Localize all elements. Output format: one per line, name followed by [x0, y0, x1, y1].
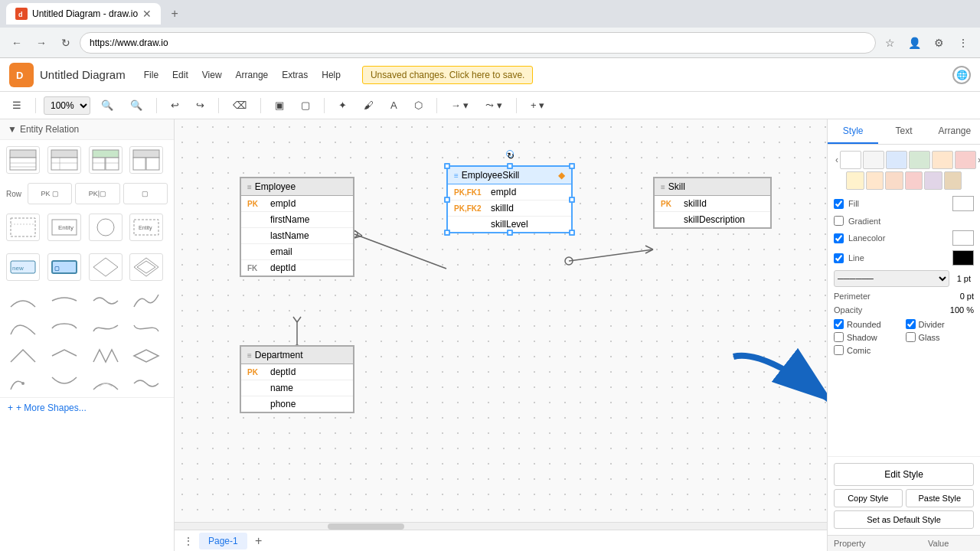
paint-button[interactable]: 🖌	[358, 96, 380, 114]
shape-entity-2[interactable]	[47, 146, 81, 174]
menu-file[interactable]: File	[138, 67, 165, 83]
curve-7[interactable]	[89, 318, 122, 339]
curve-6[interactable]	[47, 318, 81, 339]
globe-icon[interactable]: 🌐	[952, 66, 971, 84]
bookmark-button[interactable]: ☆	[879, 32, 900, 54]
shape-simple-1[interactable]: Entity	[47, 214, 81, 241]
swatch-orange[interactable]	[866, 171, 884, 190]
swatch-rose[interactable]	[905, 171, 923, 190]
swatch-skin[interactable]	[885, 171, 903, 190]
menu-arrange[interactable]: Arrange	[230, 67, 275, 83]
curve-16[interactable]	[129, 373, 163, 394]
curve-3[interactable]	[89, 290, 122, 311]
h-scrollbar[interactable]	[175, 522, 827, 530]
fill-color-box[interactable]	[952, 196, 974, 211]
toback-button[interactable]: ▢	[295, 96, 316, 114]
shape-diam-1[interactable]	[89, 253, 122, 281]
tab-style[interactable]: Style	[828, 119, 878, 144]
canvas[interactable]: ≡ Employee PK empId firstName lastName	[175, 119, 827, 551]
lanecolor-color-box[interactable]	[952, 230, 974, 246]
line-style-select[interactable]: ────── - - - -	[834, 270, 949, 287]
zoom-in-button[interactable]: 🔍	[124, 96, 149, 114]
curve-15[interactable]	[89, 373, 122, 394]
zoom-out-button[interactable]: 🔍	[95, 96, 119, 114]
swatch-lightgray[interactable]	[863, 151, 884, 169]
add-shapes-button[interactable]: + + More Shapes...	[0, 397, 174, 418]
insert-button[interactable]: + ▾	[524, 96, 550, 114]
line-checkbox[interactable]	[834, 253, 844, 263]
shape-tag-blue[interactable]: new	[6, 253, 40, 281]
section-entity-relation[interactable]: ▼ Entity Relation	[0, 119, 174, 140]
lanecolor-checkbox[interactable]	[834, 233, 844, 243]
curve-1[interactable]	[6, 290, 40, 311]
curve-11[interactable]	[89, 345, 122, 367]
connection-button[interactable]: → ▾	[445, 96, 475, 114]
add-page-button[interactable]: +	[250, 533, 267, 549]
sidebar-toggle-button[interactable]: ☰	[6, 96, 28, 114]
profile-button[interactable]: 👤	[903, 32, 925, 54]
shape-entity-3[interactable]	[89, 146, 122, 174]
swatch-peach[interactable]	[932, 151, 953, 169]
skill-table[interactable]: ≡ Skill PK skillId skillDescription	[653, 177, 772, 229]
shape-diam-2[interactable]	[129, 253, 163, 281]
refresh-button[interactable]: ↻	[55, 32, 77, 54]
rounded-checkbox[interactable]	[834, 319, 844, 329]
curve-9[interactable]	[6, 345, 40, 367]
menu-button[interactable]: ⋮	[952, 32, 974, 54]
curve-8[interactable]	[129, 318, 163, 339]
menu-extras[interactable]: Extras	[276, 67, 314, 83]
tofront-button[interactable]: ▣	[269, 96, 290, 114]
row-shape-3[interactable]: ▢	[123, 183, 168, 204]
swatch-lightblue[interactable]	[886, 151, 907, 169]
tab-arrange[interactable]: Arrange	[929, 119, 980, 144]
forward-button[interactable]: →	[31, 32, 52, 54]
fill-button[interactable]: A	[384, 96, 403, 114]
row-shape-2[interactable]: PK|▢	[75, 183, 119, 204]
shadow-checkbox[interactable]	[834, 332, 844, 342]
glass-checkbox[interactable]	[906, 332, 916, 342]
menu-help[interactable]: Help	[315, 67, 347, 83]
swatch-pink[interactable]	[955, 151, 976, 169]
tab-close-btn[interactable]: ✕	[142, 8, 152, 20]
page-menu-button[interactable]: ⋮	[181, 535, 196, 547]
swatch-tan[interactable]	[944, 171, 962, 190]
curve-10[interactable]	[47, 345, 81, 367]
unsaved-changes-button[interactable]: Unsaved changes. Click here to save.	[362, 66, 533, 84]
curve-2[interactable]	[47, 290, 81, 311]
undo-button[interactable]: ↩	[165, 96, 185, 114]
row-shape-1[interactable]: PK ▢	[28, 183, 72, 204]
line-color-box[interactable]	[952, 250, 974, 266]
employeeskill-table[interactable]: ↻ ≡ EmployeeSkill ◆ PK,FK1 empId PK,FK2 …	[446, 165, 573, 233]
curve-14[interactable]	[47, 373, 81, 394]
menu-edit[interactable]: Edit	[166, 67, 194, 83]
shape-tag-selected[interactable]: ▢	[47, 253, 81, 281]
fill-checkbox[interactable]	[834, 199, 844, 209]
shape-circle-1[interactable]	[89, 214, 122, 241]
gradient-checkbox[interactable]	[834, 216, 844, 226]
address-bar[interactable]: https://www.draw.io	[80, 32, 876, 54]
department-table[interactable]: ≡ Department PK deptId name phone	[240, 345, 354, 413]
back-button[interactable]: ←	[6, 32, 28, 54]
page-tab-1[interactable]: Page-1	[199, 533, 247, 549]
shape-entity-1[interactable]	[6, 146, 40, 174]
menu-view[interactable]: View	[196, 67, 228, 83]
swatch-purple[interactable]	[924, 171, 942, 190]
delete-button[interactable]: ⌫	[227, 96, 253, 114]
zoom-select[interactable]: 100% 75% 150%	[44, 96, 90, 115]
employee-table[interactable]: ≡ Employee PK empId firstName lastName	[240, 177, 354, 277]
swatch-white[interactable]	[840, 151, 861, 169]
curve-5[interactable]	[6, 318, 40, 339]
shape-entity-4[interactable]	[129, 146, 163, 174]
curve-4[interactable]	[129, 290, 163, 311]
edit-style-button[interactable]: Edit Style	[834, 463, 974, 486]
waypoints-button[interactable]: ⤳ ▾	[479, 96, 508, 114]
paste-style-button[interactable]: Paste Style	[906, 489, 975, 507]
redo-button[interactable]: ↪	[190, 96, 211, 114]
new-tab-button[interactable]: +	[165, 5, 184, 23]
shape-dashed-1[interactable]	[6, 214, 40, 241]
h-scrollbar-thumb[interactable]	[328, 523, 404, 530]
browser-tab[interactable]: d Untitled Diagram - draw.io ✕	[6, 3, 161, 24]
comic-checkbox[interactable]	[834, 345, 844, 355]
shape-button[interactable]: ⬡	[408, 96, 429, 114]
rotate-handle[interactable]: ↻	[506, 150, 514, 158]
